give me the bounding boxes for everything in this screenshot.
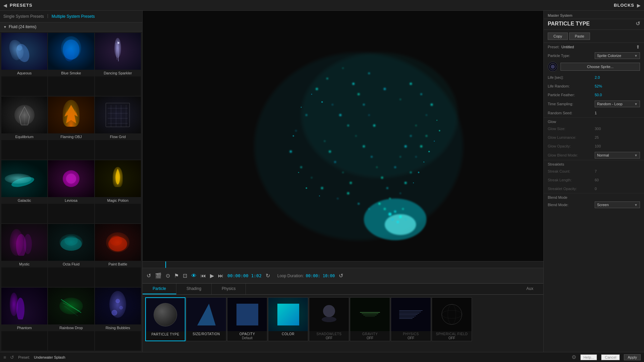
gravity-icon [360, 312, 380, 317]
preset-save-button[interactable]: ⬆ [636, 44, 640, 50]
module-spherical[interactable]: SPHERICAL FIELD OFF [432, 297, 472, 341]
svg-point-6 [117, 42, 119, 44]
preset-item-aqueous[interactable]: Aqueous [1, 33, 47, 96]
svg-point-69 [347, 125, 349, 126]
preset-item-equilibrium[interactable]: Equilibrium [1, 97, 47, 160]
particle-feather-value[interactable]: 50.0 [595, 93, 640, 97]
next-button[interactable]: ⏭ [218, 273, 223, 279]
glow-opacity-label: Glow Opacity: [548, 144, 595, 148]
life-value[interactable]: 2.0 [595, 75, 640, 79]
settings-icon[interactable]: ⚙ [572, 354, 576, 360]
prev-button[interactable]: ⏮ [201, 273, 206, 279]
sprite-row: Choose Sprite... [544, 60, 644, 73]
loop-reset-button[interactable]: ↺ [339, 273, 343, 279]
timeline-bar[interactable] [143, 261, 543, 268]
blend-mode-select[interactable]: Screen ▼ [595, 201, 640, 208]
time-sampling-arrow-icon: ▼ [634, 102, 638, 106]
single-system-tab[interactable]: Single System Presets [3, 13, 44, 19]
preset-item-flaming[interactable]: Flaming OBJ [48, 97, 94, 160]
module-gravity[interactable]: GRAVITY OFF [350, 297, 390, 341]
particle-type-select[interactable]: Sprite Colorize ▼ [595, 52, 640, 59]
svg-point-72 [371, 156, 373, 158]
tab-physics[interactable]: Physics [212, 284, 246, 294]
play-button[interactable]: ▶ [210, 273, 214, 279]
preset-item-mystic[interactable]: Mystic [1, 224, 47, 287]
crop-button[interactable]: ⊡ [183, 273, 187, 279]
glow-blend-dropdown[interactable]: Normal ▼ [595, 152, 640, 159]
svg-point-92 [399, 216, 402, 218]
multi-system-tab[interactable]: Multiple System Presets [52, 13, 95, 19]
time-sampling-row: Time Sampling: Random - Loop ▼ [544, 99, 644, 109]
module-size-rotation[interactable]: SIZE/ROTATION [186, 297, 226, 341]
glow-luminance-label: Glow Luminance: [548, 135, 595, 139]
svg-point-103 [306, 187, 307, 189]
top-bar-right: BLOCKS ▶ [614, 3, 644, 8]
glow-luminance-value[interactable]: 25 [595, 135, 640, 139]
paste-button[interactable]: Paste [569, 33, 590, 40]
apply-button[interactable]: Apply [624, 354, 641, 360]
preset-item-magic[interactable]: Magic Potion [95, 160, 141, 223]
status-icon-left[interactable]: ≡ [3, 355, 6, 360]
module-particle-type[interactable]: PARTICLE TYPE [145, 297, 185, 341]
preset-item-leviosa[interactable]: Leviosa [48, 160, 94, 223]
module-color[interactable]: COLOR [268, 297, 308, 341]
time-sampling-dropdown[interactable]: Random - Loop ▼ [595, 101, 640, 107]
tab-shading[interactable]: Shading [176, 284, 212, 294]
preset-item-flowgrid[interactable]: Flow Grid [95, 97, 141, 160]
module-opacity[interactable]: OPACITY Default [227, 297, 267, 341]
svg-point-77 [329, 150, 331, 153]
flag-button[interactable]: ⚑ [174, 273, 179, 279]
svg-point-119 [551, 65, 555, 69]
tab-particle[interactable]: Particle [143, 284, 176, 294]
preset-item-rainbow[interactable]: Rainbow Drop [48, 288, 94, 351]
glow-opacity-value[interactable]: 100 [595, 144, 640, 148]
svg-point-96 [384, 208, 386, 210]
random-seed-value[interactable]: 1 [595, 111, 640, 115]
time-sampling-select[interactable]: Random - Loop ▼ [595, 101, 640, 107]
preset-item-rising[interactable]: Rising Bubbles [95, 288, 141, 351]
module-physics[interactable]: PHYSICS OFF [391, 297, 431, 341]
svg-point-76 [324, 141, 325, 142]
reset-button[interactable]: ↺ [147, 273, 151, 279]
particle-type-dropdown[interactable]: Sprite Colorize ▼ [595, 52, 640, 59]
preset-item-galactic[interactable]: Galactic [1, 160, 47, 223]
camera-button[interactable]: 🎬 [155, 273, 162, 279]
svg-point-87 [363, 104, 365, 106]
module-sublabel-gravity: OFF [366, 336, 374, 341]
time-sampling-label: Time Sampling: [548, 102, 595, 106]
cancel-button-status[interactable]: Cancel [601, 354, 620, 360]
choose-sprite-button[interactable]: Choose Sprite... [560, 63, 640, 71]
streak-length-value[interactable]: 60 [595, 178, 640, 182]
reset-button-right[interactable]: ↺ [636, 20, 640, 27]
help-button[interactable]: Help... [580, 354, 597, 360]
record-button[interactable]: ⊙ [166, 273, 170, 279]
preset-item-dancing[interactable]: Dancing Sparkler [95, 33, 141, 96]
preset-label-rising: Rising Bubbles [95, 324, 141, 331]
back-button[interactable]: ◀ [3, 3, 7, 8]
status-reset-button[interactable]: ↺ [10, 355, 14, 360]
svg-point-84 [410, 135, 412, 137]
svg-point-27 [16, 298, 24, 319]
streak-opacity-value[interactable]: 0 [595, 187, 640, 191]
collapse-button[interactable]: ▶ [637, 3, 641, 8]
life-random-value[interactable]: 52% [595, 84, 640, 88]
copy-button[interactable]: Copy [548, 33, 568, 40]
blend-mode-dropdown[interactable]: Screen ▼ [595, 201, 640, 208]
svg-marker-9 [64, 105, 78, 123]
svg-point-80 [350, 182, 352, 184]
triangle-icon [197, 304, 216, 325]
glow-size-value[interactable]: 300 [595, 127, 640, 131]
module-label-color: COLOR [281, 331, 295, 336]
preset-item-phantom[interactable]: Phantom [1, 288, 47, 351]
preset-item-blue-smoke[interactable]: Blue Smoke [48, 33, 94, 96]
preset-item-paint[interactable]: Paint Battle [95, 224, 141, 287]
svg-point-78 [334, 161, 336, 163]
streak-count-value[interactable]: 7 [595, 169, 640, 173]
tab-aux[interactable]: Aux [516, 284, 543, 294]
module-shadowlets[interactable]: SHADOWLETS OFF [309, 297, 349, 341]
eye-button[interactable]: 👁 [191, 273, 197, 279]
glow-blend-select[interactable]: Normal ▼ [595, 152, 640, 159]
loop-icon[interactable]: ↻ [266, 273, 270, 279]
svg-point-86 [358, 93, 360, 95]
preset-item-octa[interactable]: Octa Fluid [48, 224, 94, 287]
